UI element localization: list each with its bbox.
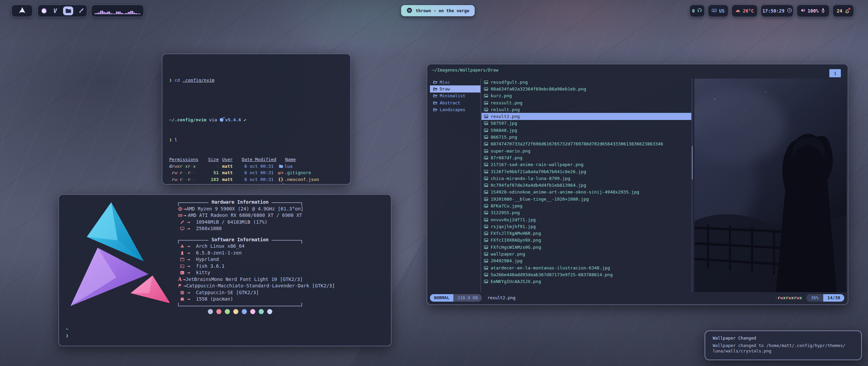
file-list-item[interactable]: 08a634fa02a32364f69ebc86a98eb1eb.png [481,85,691,92]
image-file-icon [484,190,488,194]
image-file-icon [484,101,488,105]
file-manager-window[interactable]: ~/Imagenes/Wallpapers/Draw 1 MiscDrawMin… [427,64,848,305]
fetch-info-row: →kitty [178,269,302,276]
grid-icon [178,290,186,295]
fetch-info-row: →Hyprland [178,256,302,263]
arrow-icon: → [186,289,196,296]
file-list-item[interactable]: rsjqojlmjhf91.jpg [481,223,691,230]
sidebar-dir-item[interactable]: Landscapes [430,106,480,113]
file-list-item[interactable]: 20492984.jpg [481,258,691,264]
tux-icon [178,251,186,255]
cava-bar [123,14,124,14]
file-list-item[interactable]: 587597.jpg [481,120,691,127]
clock-icon [787,8,792,14]
file-list-item[interactable]: atardecer-en-la-montanas-ilustracion-634… [481,264,691,271]
file-list-item[interactable]: 8FKa7Cu.jpeg [481,202,691,209]
sidebar-dir-item[interactable]: Draw [430,85,480,92]
file-list-item[interactable]: wallpaper.png [481,250,691,257]
ls-header: PermissionsSizeUserDate ModifiedName [169,156,346,163]
file-list-item[interactable]: 19201080-__blue-tinge__-1920×1080.jpg [481,196,691,202]
file-list-item[interactable]: FXfcHgcWIAMzs0G.png [481,244,691,250]
palette-dot [250,309,255,314]
image-file-icon [484,156,488,160]
image-file-icon [484,259,488,263]
fetch-window[interactable]: Hardware Information→AMD Ryzen 9 5900X (… [58,194,392,346]
file-list-item[interactable]: chica-mirando-la-luna-8799.jpg [481,175,691,182]
rainbow-icon [735,8,741,14]
keyboard-layout-widget[interactable]: US [708,4,729,17]
fetch-info-row: →AMD Ryzen 9 5900X (24) @ 4.9GHz [61.3°o… [178,206,302,212]
file-list-item[interactable]: FXfcJlTXgAMvH6R.png [481,230,691,237]
image-file-icon [484,87,488,91]
file-list-item[interactable]: 0c794faf07de24a4db4d4fb1eb813964.jpg [481,182,691,188]
updates-widget[interactable]: 24 [832,4,854,17]
display-icon [178,226,186,231]
volume-level: 100% [808,8,819,14]
file-list-item[interactable]: 154928-odinokoe_anime-art-anime-okno-sin… [481,189,691,196]
cpu-icon [178,207,182,211]
files-icon[interactable] [63,6,73,15]
file-list-item[interactable]: 866715.png [481,134,691,140]
fetch-info-row: →6.5.8-zen1-1-zen [178,250,302,257]
cava-bar [112,14,114,14]
scroll-percent-badge: 36% [806,294,824,302]
status-filename: result2.png [487,295,515,300]
arrow-icon: → [186,256,196,263]
cava-bar [119,12,121,14]
image-file-icon [484,142,488,146]
launcher-button[interactable] [11,4,33,17]
file-list-item[interactable]: FXfcII0X0AQyn9X.png [481,237,691,244]
palette-dot [233,309,238,314]
fetch-prompt-symbol[interactable]: ❯ [66,333,68,338]
file-list-item[interactable]: super-mario.png [481,147,691,154]
sidebar-dir-item[interactable]: Abstract [430,99,480,106]
sidebar-dir-item[interactable]: Misc [430,79,480,85]
media-player-widget[interactable]: thrown - on the verge [401,5,475,16]
file-list-item[interactable]: 3126f7e9bbf21a8a4af0b67b041c6e26.jpg [481,168,691,175]
file-list-item[interactable]: 87r687df.png [481,154,691,161]
cava-bar [125,13,126,14]
file-list-item[interactable]: 217167-sad-anime-rain-wallpaper.png [481,161,691,168]
file-list-item[interactable]: nnvuv0xj2df71.jpg [481,216,691,223]
cava-bar [132,11,133,14]
file-list-item[interactable]: 3122955.png [481,209,691,216]
firefox-icon[interactable] [41,7,47,14]
sidebar-dir-item[interactable]: Minimalist [430,93,480,99]
image-file-icon [484,224,488,229]
scrollbar-thumb[interactable] [692,146,693,180]
fetch-info-row: →Catppuccin-SE [GTK2/3] [178,289,302,296]
vim-icon[interactable]: V [52,7,59,14]
fetch-info: Hardware Information→AMD Ryzen 9 5900X (… [178,199,302,314]
tab-indicator[interactable]: 1 [829,69,841,77]
image-file-icon [484,169,488,174]
cava-bar [137,14,139,14]
file-list-item[interactable]: re1sult.png [481,106,691,113]
windowic-icon [178,257,186,262]
volume-widget[interactable]: 100% [796,4,830,17]
file-list-item[interactable]: 68747470733a2f2f696d616765732d7769786d70… [481,141,691,147]
image-file-icon [484,238,488,242]
fetch-info-row: →Arch Linux x86_64 [178,243,302,250]
file-list-item[interactable]: resssult.png [481,99,691,106]
file-list-item[interactable]: ressdfgult.png [481,79,691,85]
arrow-icon: → [186,269,196,276]
file-list-item[interactable]: result2.png [481,113,691,120]
updates-count: 24 [837,8,842,14]
file-list-item[interactable]: 5a266e448add93deab367d87173e9f25-6837886… [481,271,691,278]
paint-icon[interactable] [78,7,84,14]
notification-popup[interactable]: Wallpaper Changed Wallpaper changed to /… [705,330,862,360]
arrow-icon: → [182,206,186,212]
weather-widget[interactable]: 26°C [731,4,758,17]
file-list-item[interactable]: EeNKYgIUcAAJ5JX.png [481,278,691,285]
file-list-item[interactable]: kurz.png [481,93,691,99]
notifications-widget[interactable]: 0 [689,4,705,17]
clock-widget[interactable]: 17:50:29 [761,4,794,17]
file-name: lua [284,163,292,170]
terminal-window[interactable]: ❯cd.config/nvim ~/.config/nvimviav5.4.6✔… [162,54,351,185]
git-icon: git [277,169,284,176]
file-list-item[interactable]: 596848.jpg [481,127,691,134]
image-file-icon [484,128,488,133]
octocat-icon [697,8,702,14]
notification-body: Wallpaper changed to /home/matt/.config/… [713,343,861,354]
image-file-icon [484,162,488,167]
